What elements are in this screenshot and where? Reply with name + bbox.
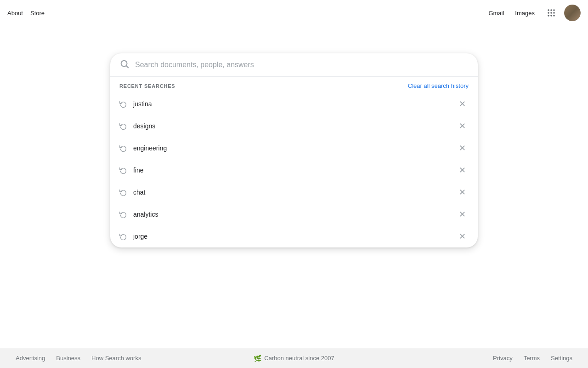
carbon-neutral-text: Carbon neutral since 2007 xyxy=(264,355,334,362)
user-avatar[interactable] xyxy=(564,5,581,21)
how-search-works-link[interactable]: How Search works xyxy=(87,353,146,363)
store-link[interactable]: Store xyxy=(30,10,45,17)
list-item[interactable]: jorge ✕ xyxy=(110,225,478,247)
top-nav-right: Gmail Images xyxy=(485,4,581,22)
history-icon xyxy=(119,122,127,130)
about-link[interactable]: About xyxy=(7,10,23,17)
top-nav-left: About Store xyxy=(7,10,45,17)
list-item[interactable]: designs ✕ xyxy=(110,115,478,137)
svg-point-7 xyxy=(550,15,552,17)
footer-center: 🌿 Carbon neutral since 2007 xyxy=(200,355,389,362)
recent-searches-header: RECENT SEARCHES Clear all search history xyxy=(110,77,478,93)
svg-point-6 xyxy=(548,15,549,17)
images-link[interactable]: Images xyxy=(511,6,538,20)
svg-point-4 xyxy=(550,12,552,14)
settings-link[interactable]: Settings xyxy=(546,353,577,363)
list-item[interactable]: justina ✕ xyxy=(110,93,478,115)
svg-point-0 xyxy=(548,9,549,11)
history-icon xyxy=(119,167,127,174)
footer-right: Privacy Terms Settings xyxy=(388,353,588,363)
search-history-list: justina ✕ designs ✕ xyxy=(110,93,478,247)
history-icon xyxy=(119,100,127,108)
search-term-text: jorge xyxy=(133,233,456,240)
search-term-text: fine xyxy=(133,167,456,174)
list-item[interactable]: engineering ✕ xyxy=(110,137,478,159)
svg-point-2 xyxy=(553,9,555,11)
terms-link[interactable]: Terms xyxy=(519,353,544,363)
remove-search-button[interactable]: ✕ xyxy=(456,208,469,221)
svg-line-10 xyxy=(126,66,128,68)
privacy-link[interactable]: Privacy xyxy=(488,353,517,363)
svg-point-5 xyxy=(553,12,555,14)
search-term-text: analytics xyxy=(133,211,456,218)
advertising-link[interactable]: Advertising xyxy=(11,353,50,363)
recent-searches-label: RECENT SEARCHES xyxy=(119,83,175,89)
page-footer: Advertising Business How Search works 🌿 … xyxy=(0,348,588,368)
svg-point-1 xyxy=(550,9,552,11)
history-icon xyxy=(119,189,127,196)
search-term-text: engineering xyxy=(133,144,456,152)
remove-search-button[interactable]: ✕ xyxy=(456,186,469,199)
search-input[interactable] xyxy=(135,61,469,69)
leaf-icon: 🌿 xyxy=(254,355,261,362)
gmail-link[interactable]: Gmail xyxy=(485,6,508,20)
history-icon xyxy=(119,144,127,152)
footer-left: Advertising Business How Search works xyxy=(0,353,200,363)
google-apps-button[interactable] xyxy=(542,4,560,22)
remove-search-button[interactable]: ✕ xyxy=(456,230,469,243)
business-link[interactable]: Business xyxy=(51,353,85,363)
main-content: RECENT SEARCHES Clear all search history… xyxy=(0,26,588,247)
remove-search-button[interactable]: ✕ xyxy=(456,164,469,177)
search-dropdown: RECENT SEARCHES Clear all search history… xyxy=(110,53,478,247)
svg-point-3 xyxy=(548,12,549,14)
remove-search-button[interactable]: ✕ xyxy=(456,120,469,132)
search-icon xyxy=(119,59,130,71)
list-item[interactable]: analytics ✕ xyxy=(110,203,478,225)
list-item[interactable]: chat ✕ xyxy=(110,181,478,203)
recent-searches-section: RECENT SEARCHES Clear all search history… xyxy=(110,77,478,247)
remove-search-button[interactable]: ✕ xyxy=(456,98,469,110)
history-icon xyxy=(119,233,127,240)
clear-history-button[interactable]: Clear all search history xyxy=(408,82,469,89)
remove-search-button[interactable]: ✕ xyxy=(456,142,469,155)
top-navigation: About Store Gmail Images xyxy=(0,0,588,26)
search-term-text: justina xyxy=(133,100,456,108)
search-bar xyxy=(110,53,478,77)
list-item[interactable]: fine ✕ xyxy=(110,159,478,181)
search-term-text: designs xyxy=(133,122,456,130)
history-icon xyxy=(119,211,127,218)
search-term-text: chat xyxy=(133,189,456,196)
svg-point-8 xyxy=(553,15,555,17)
avatar-image xyxy=(564,5,581,21)
